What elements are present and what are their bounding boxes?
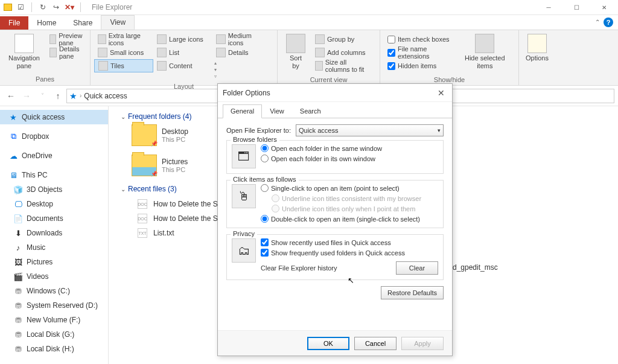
- collapse-ribbon-icon[interactable]: ⌃: [595, 19, 600, 25]
- dialog-close-button[interactable]: ✕: [435, 87, 447, 99]
- sort-by-button[interactable]: Sort by: [281, 33, 310, 71]
- redo-icon[interactable]: ↪: [51, 2, 61, 12]
- undo-icon[interactable]: ↻: [38, 2, 48, 12]
- folder-tile-desktop[interactable]: Desktop This PC: [132, 124, 188, 146]
- tab-share[interactable]: Share: [65, 16, 101, 30]
- folder-name: Pictures: [162, 158, 188, 166]
- cancel-button[interactable]: Cancel: [354, 337, 397, 350]
- close-button[interactable]: ✕: [590, 0, 618, 15]
- layout-small-icons[interactable]: Small icons: [94, 46, 153, 59]
- layout-icon: [98, 34, 106, 44]
- checkbox-recent-files[interactable]: Show recently used files in Quick access: [261, 238, 438, 246]
- dropbox-icon: ⧉: [8, 132, 18, 141]
- sidebar-item-dropbox[interactable]: ⧉Dropbox: [0, 129, 108, 144]
- sidebar-item-this-pc[interactable]: 🖥This PC: [0, 168, 108, 182]
- tab-view[interactable]: View: [101, 15, 135, 30]
- tab-home[interactable]: Home: [28, 16, 65, 30]
- sidebar-label: System Reserved (D:): [27, 301, 98, 310]
- dialog-tab-view[interactable]: View: [262, 104, 292, 118]
- sidebar-item-local-disk-h[interactable]: ⛃Local Disk (H:): [0, 342, 108, 356]
- hide-selected-button[interactable]: Hide selected items: [455, 33, 515, 71]
- sidebar-label: Dropbox: [22, 132, 49, 141]
- folder-icon: ⬇: [13, 228, 23, 238]
- layout-medium-icons[interactable]: Medium icons: [212, 33, 272, 46]
- delete-icon[interactable]: ✕▾: [65, 2, 74, 12]
- sidebar-item-onedrive[interactable]: ☁OneDrive: [0, 148, 108, 163]
- drive-icon: ⛃: [13, 286, 23, 296]
- sidebar-item-quick-access[interactable]: ★Quick access: [0, 110, 108, 124]
- up-button[interactable]: ↑: [51, 89, 65, 103]
- browse-folders-fieldset: Browse folders 🗔 Open each folder in the…: [226, 140, 444, 174]
- maximize-button[interactable]: ☐: [562, 0, 590, 15]
- file-icon: TXT: [138, 228, 147, 238]
- radio-label: Open each folder in its own window: [271, 155, 375, 162]
- layout-list[interactable]: List: [153, 46, 212, 59]
- layout-scroll[interactable]: ▴▾▿: [212, 59, 218, 79]
- chevron-down-icon: ⌄: [121, 186, 126, 193]
- hidden-items[interactable]: Hidden items: [384, 59, 454, 72]
- tab-file[interactable]: File: [0, 16, 28, 30]
- ok-button[interactable]: OK: [307, 337, 349, 350]
- minimize-button[interactable]: ─: [535, 0, 562, 15]
- sidebar-item-3d-objects[interactable]: 🧊3D Objects: [0, 182, 108, 197]
- sidebar-label: Music: [27, 243, 45, 252]
- folder-icon: 🎬: [13, 272, 23, 281]
- layout-extra-large-icons[interactable]: Extra large icons: [94, 33, 153, 46]
- fieldset-legend: Privacy: [231, 230, 257, 237]
- sidebar-item-pictures[interactable]: 🖼Pictures: [0, 255, 108, 269]
- sidebar-item-local-disk-g[interactable]: ⛃Local Disk (G:): [0, 327, 108, 342]
- size-columns-button[interactable]: Size all columns to fit: [311, 59, 376, 72]
- navigation-pane-button[interactable]: Navigation pane: [4, 33, 45, 71]
- background-item[interactable]: d_gpedit_msc: [453, 263, 498, 272]
- details-pane-button[interactable]: Details pane: [46, 46, 89, 59]
- item-check-boxes[interactable]: Item check boxes: [384, 33, 454, 46]
- open-explorer-select[interactable]: Quick access▾: [296, 124, 444, 136]
- sidebar-item-videos[interactable]: 🎬Videos: [0, 269, 108, 284]
- title-bar: ☑ ↻ ↪ ✕▾ File Explorer ─ ☐ ✕: [0, 0, 618, 15]
- sidebar-item-new-volume[interactable]: ⛃New Volume (F:): [0, 313, 108, 327]
- options-button[interactable]: Options: [521, 33, 553, 63]
- layout-content[interactable]: Content: [153, 59, 212, 72]
- radio-double-click[interactable]: Double-click to open an item (single-cli…: [261, 215, 438, 223]
- layout-tiles[interactable]: Tiles: [94, 59, 153, 72]
- layout-details[interactable]: Details: [212, 46, 272, 59]
- preview-pane-button[interactable]: Preview pane: [46, 33, 89, 46]
- sidebar-label: Local Disk (G:): [27, 330, 74, 339]
- sidebar-label: New Volume (F:): [27, 316, 80, 324]
- forward-button[interactable]: →: [19, 89, 34, 103]
- preview-pane-label: Preview pane: [59, 32, 85, 46]
- layout-label: Details: [228, 49, 249, 56]
- recent-locations-button[interactable]: ˅: [35, 89, 49, 103]
- folder-tile-pictures[interactable]: Pictures This PC: [132, 155, 188, 176]
- file-name-extensions[interactable]: File name extensions: [384, 46, 454, 59]
- size-columns-icon: [315, 61, 323, 71]
- checkbox-frequent-folders[interactable]: Show frequently used folders in Quick ac…: [261, 249, 438, 257]
- clear-button[interactable]: Clear: [396, 261, 438, 275]
- options-label: Options: [526, 54, 549, 62]
- dialog-tab-general[interactable]: General: [223, 104, 262, 118]
- properties-icon[interactable]: ☑: [16, 2, 25, 12]
- sidebar-item-downloads[interactable]: ⬇Downloads: [0, 226, 108, 240]
- layout-large-icons[interactable]: Large icons: [153, 33, 212, 46]
- radio-label: Open each folder in the same window: [271, 145, 382, 152]
- radio-same-window[interactable]: Open each folder in the same window: [261, 144, 438, 152]
- layout-label: Extra large icons: [109, 32, 150, 46]
- file-name: List.txt: [153, 229, 174, 237]
- sidebar-item-documents[interactable]: 📄Documents: [0, 211, 108, 226]
- group-by-button[interactable]: Group by: [311, 33, 376, 46]
- sidebar-item-windows-c[interactable]: ⛃Windows (C:): [0, 284, 108, 298]
- sidebar-item-system-reserved[interactable]: ⛃System Reserved (D:): [0, 298, 108, 313]
- quick-access-toolbar: ☑ ↻ ↪ ✕▾: [0, 2, 87, 12]
- back-button[interactable]: ←: [4, 89, 18, 103]
- apply-button[interactable]: Apply: [401, 337, 444, 350]
- dialog-tab-search[interactable]: Search: [292, 104, 329, 118]
- restore-defaults-button[interactable]: Restore Defaults: [381, 286, 444, 299]
- sidebar-item-desktop[interactable]: 🖵Desktop: [0, 197, 108, 211]
- sidebar-item-music[interactable]: ♪Music: [0, 240, 108, 255]
- radio-own-window[interactable]: Open each folder in its own window: [261, 155, 438, 162]
- radio-single-click[interactable]: Single-click to open an item (point to s…: [261, 184, 438, 192]
- help-icon[interactable]: ?: [604, 18, 613, 27]
- onedrive-icon: ☁: [8, 151, 18, 161]
- add-columns-button[interactable]: Add columns: [311, 46, 376, 59]
- folder-location: This PC: [162, 136, 188, 143]
